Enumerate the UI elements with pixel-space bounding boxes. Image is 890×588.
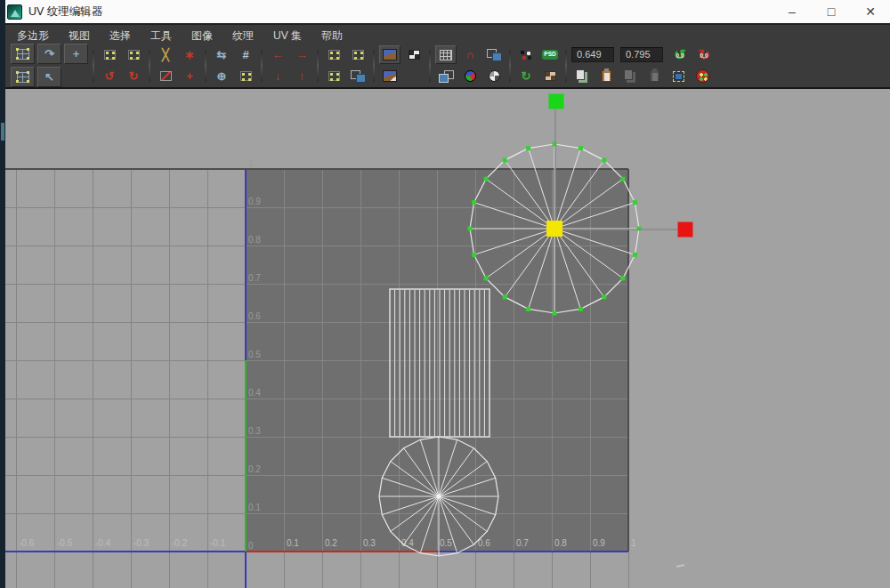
rotate-selection-ccw[interactable]: ↺0.0 <box>669 45 691 64</box>
view-container-toggle[interactable] <box>483 45 505 64</box>
split-uvs[interactable] <box>155 67 176 85</box>
u-axis-label: 0.7 <box>516 538 529 548</box>
unfold-uvs[interactable]: # <box>235 45 256 64</box>
align-uvs-right[interactable]: → <box>291 45 312 64</box>
selected-uv-vertex[interactable] <box>633 253 637 257</box>
rotate-selection-cw-value: 0,0 <box>700 52 708 58</box>
uv-scene[interactable]: -0.6-0.5-0.4-0.3-0.2-0.10.10.20.30.40.50… <box>0 89 890 588</box>
cylinder-strip-shell[interactable] <box>390 289 490 437</box>
menu-item-7[interactable]: 帮助 <box>312 27 352 45</box>
cut-uv-edges[interactable]: ╳ <box>155 45 176 64</box>
refresh-textures[interactable]: ↻ <box>515 67 537 85</box>
selected-uv-vertex[interactable] <box>484 276 489 280</box>
rotate-uvs-cw-icon: ↻ <box>129 70 139 82</box>
u-axis-label: -0.2 <box>172 538 188 548</box>
use-image-ratio-toggle[interactable] <box>539 67 561 85</box>
selected-uv-vertex[interactable] <box>620 276 625 280</box>
selected-uv-vertex[interactable] <box>578 307 583 311</box>
selected-uv-vertex[interactable] <box>526 307 530 311</box>
grab-uv-tool[interactable]: ↖ <box>37 67 61 87</box>
v-coordinate-field[interactable]: 0.795 <box>620 47 663 62</box>
flip-uv-shell[interactable]: ⇆ <box>211 45 232 64</box>
v-axis-label: 0 <box>248 541 254 551</box>
shade-shells-toggle[interactable] <box>435 67 457 85</box>
update-psd-networks[interactable]: PSD <box>539 45 561 64</box>
align-uvs-bottom-icon: ↓ <box>275 70 281 82</box>
snap-uvs-to-grid[interactable] <box>235 67 256 85</box>
manipulator-v-axis-handle[interactable] <box>549 94 564 109</box>
sew-uv-edges-icon: ∗ <box>185 49 195 60</box>
display-image-toggle[interactable] <box>379 45 400 64</box>
layout-uvs[interactable]: ⊕ <box>211 67 232 85</box>
rotate-selection-cw[interactable]: ↻0,0 <box>693 45 715 64</box>
selected-uv-vertex[interactable] <box>602 294 606 299</box>
snap-together-uvs-icon <box>328 50 340 60</box>
selected-uv-vertex[interactable] <box>526 146 530 150</box>
align-uvs-bottom[interactable]: ↓ <box>267 67 288 85</box>
selected-uv-vertex[interactable] <box>553 311 557 316</box>
move-and-sew-uvs[interactable]: + <box>179 67 200 85</box>
sew-uv-edges[interactable]: ∗ <box>179 45 200 64</box>
selected-uv-vertex[interactable] <box>472 253 476 257</box>
display-rgb-channels[interactable] <box>459 67 481 85</box>
stack-shells[interactable] <box>347 67 368 85</box>
uv-snapshot-icon <box>520 50 532 60</box>
align-uvs-top[interactable]: ↑ <box>291 67 312 85</box>
menu-item-2[interactable]: 选择 <box>100 27 141 45</box>
selected-uv-vertex[interactable] <box>578 146 583 150</box>
v-axis-label: 0.2 <box>248 464 261 474</box>
maximize-button[interactable]: □ <box>812 0 851 23</box>
paste-u-value-icon <box>624 69 633 80</box>
menu-item-1[interactable]: 视图 <box>59 27 100 45</box>
copy-uvs[interactable] <box>571 67 593 85</box>
copy-paste-shell-toggle[interactable] <box>668 67 689 85</box>
rotate-uvs-cw[interactable]: ↻ <box>123 67 144 85</box>
menu-item-6[interactable]: UV 集 <box>263 27 312 45</box>
move-and-sew-uvs-icon: + <box>186 70 193 82</box>
paste-v-value-icon <box>650 70 659 82</box>
display-alpha-channel[interactable] <box>483 67 505 85</box>
selected-uv-vertex[interactable] <box>468 227 473 231</box>
selected-uv-vertex[interactable] <box>602 158 606 163</box>
minimize-button[interactable]: – <box>773 0 812 23</box>
cycle-uvs[interactable] <box>692 67 713 85</box>
manipulator-center-handle[interactable] <box>546 221 562 237</box>
uv-snapshot[interactable] <box>515 45 537 64</box>
uv-editor-canvas[interactable]: -0.6-0.5-0.4-0.3-0.2-0.10.10.20.30.40.50… <box>0 89 890 588</box>
snap-together-shells[interactable] <box>347 45 368 64</box>
menu-item-4[interactable]: 图像 <box>182 27 222 45</box>
uv-lattice-tool[interactable] <box>11 44 35 64</box>
rotate-uvs-ccw[interactable]: ↺ <box>99 67 120 85</box>
menu-item-3[interactable]: 工具 <box>141 27 182 45</box>
move-uvs-horizontal[interactable] <box>99 45 120 64</box>
pixel-snap-toggle[interactable] <box>435 45 457 64</box>
v-axis-label: 1 <box>248 158 254 168</box>
uv-tweak-lattice-tool[interactable] <box>11 67 35 87</box>
selected-uv-vertex[interactable] <box>472 200 476 205</box>
move-uvs-vertical[interactable] <box>123 45 144 64</box>
copy-paste-shell-toggle-icon <box>673 71 684 82</box>
selected-uv-vertex[interactable] <box>620 177 625 181</box>
dim-image-toggle[interactable] <box>403 45 425 64</box>
flip-uv-shell-icon: ⇆ <box>217 49 227 60</box>
move-uv-tool[interactable]: + <box>64 44 88 64</box>
selected-uv-vertex[interactable] <box>503 158 507 163</box>
u-coordinate-field[interactable]: 0.649 <box>571 47 614 62</box>
selected-uv-vertex[interactable] <box>633 200 637 205</box>
titlebar[interactable]: UV 纹理编辑器 – □ ✕ <box>0 0 890 25</box>
snap-magnet-toggle[interactable]: ∩ <box>459 45 481 64</box>
close-button[interactable]: ✕ <box>851 0 890 23</box>
selected-uv-vertex[interactable] <box>484 177 489 181</box>
menu-item-0[interactable]: 多边形 <box>7 27 59 45</box>
selected-uv-vertex[interactable] <box>503 294 507 299</box>
u-axis-label: -0.4 <box>95 538 111 548</box>
snap-together-uvs[interactable] <box>323 45 344 64</box>
bottom-circle-shell[interactable] <box>379 437 498 556</box>
uv-smudge-tool[interactable]: ↷ <box>37 44 61 64</box>
edit-texture-image[interactable] <box>379 67 400 85</box>
paste-uvs[interactable] <box>595 67 617 85</box>
match-uvs[interactable] <box>323 67 344 85</box>
align-uvs-left[interactable]: ← <box>267 45 288 64</box>
manipulator-u-axis-handle[interactable] <box>678 222 693 238</box>
menu-item-5[interactable]: 纹理 <box>222 27 263 45</box>
